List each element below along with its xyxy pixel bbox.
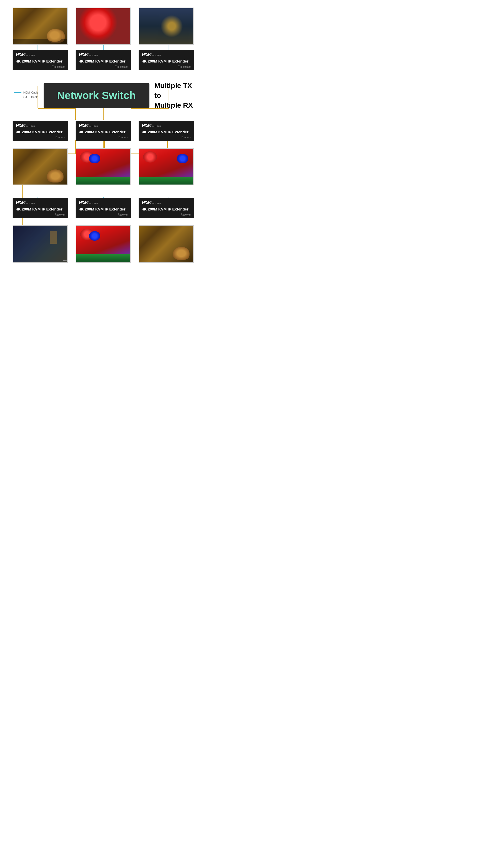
rx1-2-hdmi-reg: ®: [89, 125, 91, 127]
rx1-2-model: 4K 200M KVM IP Extender: [79, 129, 128, 135]
space-5: [0, 185, 206, 198]
rx1-2-hdmi-text: HDMI: [79, 124, 88, 128]
right-label-line3: Multiple RX: [155, 100, 193, 110]
rx1-monitors-row: [0, 148, 206, 185]
rx2-3-hdmi-logo: HDMI ® H.265: [142, 201, 191, 205]
right-label-line1: Multiple TX: [155, 81, 193, 90]
rx2-1-hdmi-logo: HDMI ® H.265: [16, 201, 65, 205]
rx1-3-hdmi-reg: ®: [152, 125, 154, 127]
rx2-device-2: HDMI ® H.265 4K 200M KVM IP Extender Rec…: [76, 198, 131, 218]
space-2: [0, 70, 206, 81]
switch-row: HDMI Cable CAT6 Cable Network Switch Mul…: [0, 81, 206, 111]
tx2-role: Transmitter: [79, 65, 128, 68]
tx3-hdmi-logo: HDMI ® H.265: [142, 53, 191, 57]
tx-monitor-2: [76, 7, 131, 45]
rx1-3-hdmi-logo: HDMI ® H.265: [142, 124, 191, 128]
right-label-area: Multiple TX to Multiple RX: [155, 81, 193, 110]
rx1-2-role: Receiver: [79, 136, 128, 139]
rx2-device-1: HDMI ® H.265 4K 200M KVM IP Extender Rec…: [13, 198, 68, 218]
tx-device-1: HDMI ® H.265 4K 200M KVM IP Extender Tra…: [13, 50, 68, 70]
rx1-monitor-3: [139, 148, 194, 185]
cat6-line-sample: [14, 97, 21, 97]
hdmi-cable-label: HDMI Cable: [23, 91, 39, 94]
rx1-3-h265: H.265: [155, 125, 161, 127]
space-6: [0, 218, 206, 223]
tx1-h265: H.265: [29, 54, 35, 57]
space-1: [0, 45, 206, 50]
rx1-1-h265: H.265: [29, 125, 35, 127]
tx1-hdmi-reg: ®: [26, 54, 28, 57]
legend-cat6: CAT6 Cable: [14, 95, 39, 99]
rx2-2-hdmi-text: HDMI: [79, 201, 88, 205]
tx1-hdmi-logo: HDMI ® H.265: [16, 53, 65, 57]
rx1-1-hdmi-reg: ®: [26, 125, 28, 127]
network-switch-box: Network Switch: [43, 83, 149, 108]
tx-monitor-1: [13, 7, 68, 45]
tx2-model: 4K 200M KVM IP Extender: [79, 59, 128, 64]
rx2-2-hdmi-logo: HDMI ® H.265: [79, 201, 128, 205]
tx3-model: 4K 200M KVM IP Extender: [142, 59, 191, 64]
rx1-device-2: HDMI ® H.265 4K 200M KVM IP Extender Rec…: [76, 121, 131, 141]
rx2-2-h265: H.265: [92, 202, 98, 205]
rx2-2-role: Receiver: [79, 213, 128, 216]
rx1-2-h265: H.265: [92, 125, 98, 127]
rx2-1-hdmi-text: HDMI: [16, 201, 25, 205]
tx1-hdmi-text: HDMI: [16, 53, 25, 57]
rx2-3-role: Receiver: [142, 213, 191, 216]
rx2-monitor-1: ■■■■: [13, 225, 68, 263]
rx2-device-3: HDMI ® H.265 4K 200M KVM IP Extender Rec…: [139, 198, 194, 218]
rx1-1-role: Receiver: [16, 136, 65, 139]
rx2-devices-row: HDMI ® H.265 4K 200M KVM IP Extender Rec…: [0, 198, 206, 218]
tx3-h265: H.265: [155, 54, 161, 57]
rx2-3-hdmi-reg: ®: [152, 202, 154, 205]
space-3: [0, 111, 206, 121]
rx1-3-model: 4K 200M KVM IP Extender: [142, 129, 191, 135]
rx2-1-model: 4K 200M KVM IP Extender: [16, 207, 65, 212]
rx1-monitor-1: [13, 148, 68, 185]
rx1-monitor-2: [76, 148, 131, 185]
legend-hdmi: HDMI Cable: [14, 91, 39, 94]
cat6-cable-label: CAT6 Cable: [23, 95, 38, 99]
hdmi-line-sample: [14, 92, 21, 93]
tx1-role: Transmitter: [16, 65, 65, 68]
tx2-hdmi-reg: ®: [89, 54, 91, 57]
tx3-role: Transmitter: [142, 65, 191, 68]
rx1-device-1: HDMI ® H.265 4K 200M KVM IP Extender Rec…: [13, 121, 68, 141]
rx1-1-hdmi-text: HDMI: [16, 124, 25, 128]
space-4: [0, 141, 206, 146]
rx1-devices-row: HDMI ® H.265 4K 200M KVM IP Extender Rec…: [0, 121, 206, 141]
rx2-monitors-row: ■■■■: [0, 225, 206, 263]
rx1-device-3: HDMI ® H.265 4K 200M KVM IP Extender Rec…: [139, 121, 194, 141]
tx2-hdmi-text: HDMI: [79, 53, 88, 57]
tx2-h265: H.265: [92, 54, 98, 57]
rx2-monitor-3: [139, 225, 194, 263]
tx1-model: 4K 200M KVM IP Extender: [16, 59, 65, 64]
rx1-2-hdmi-logo: HDMI ® H.265: [79, 124, 128, 128]
tx3-hdmi-text: HDMI: [142, 53, 151, 57]
tx-monitor-3: ■■■■: [139, 7, 194, 45]
rx1-1-model: 4K 200M KVM IP Extender: [16, 129, 65, 135]
tx-monitors-row: ■■■■: [0, 7, 206, 45]
rx1-3-hdmi-text: HDMI: [142, 124, 151, 128]
rx2-3-model: 4K 200M KVM IP Extender: [142, 207, 191, 212]
content-layer: ■■■■ HDMI ® H.265 4K 200M KVM IP Extende…: [0, 7, 206, 263]
tx-device-2: HDMI ® H.265 4K 200M KVM IP Extender Tra…: [76, 50, 131, 70]
diagram-container: ■■■■ HDMI ® H.265 4K 200M KVM IP Extende…: [0, 0, 206, 273]
rx2-1-h265: H.265: [29, 202, 35, 205]
rx2-1-role: Receiver: [16, 213, 65, 216]
rx2-3-h265: H.265: [155, 202, 161, 205]
tx-device-3: HDMI ® H.265 4K 200M KVM IP Extender Tra…: [139, 50, 194, 70]
rx1-3-role: Receiver: [142, 136, 191, 139]
network-switch-label: Network Switch: [57, 89, 136, 101]
cable-legend: HDMI Cable CAT6 Cable: [14, 91, 39, 100]
right-label-line2: to: [155, 90, 193, 100]
rx2-1-hdmi-reg: ®: [26, 202, 28, 205]
rx2-2-model: 4K 200M KVM IP Extender: [79, 207, 128, 212]
tx-devices-row: HDMI ® H.265 4K 200M KVM IP Extender Tra…: [0, 50, 206, 70]
rx2-monitor-2: [76, 225, 131, 263]
rx2-3-hdmi-text: HDMI: [142, 201, 151, 205]
tx2-hdmi-logo: HDMI ® H.265: [79, 53, 128, 57]
rx2-2-hdmi-reg: ®: [89, 202, 91, 205]
rx1-1-hdmi-logo: HDMI ® H.265: [16, 124, 65, 128]
tx3-hdmi-reg: ®: [152, 54, 154, 57]
